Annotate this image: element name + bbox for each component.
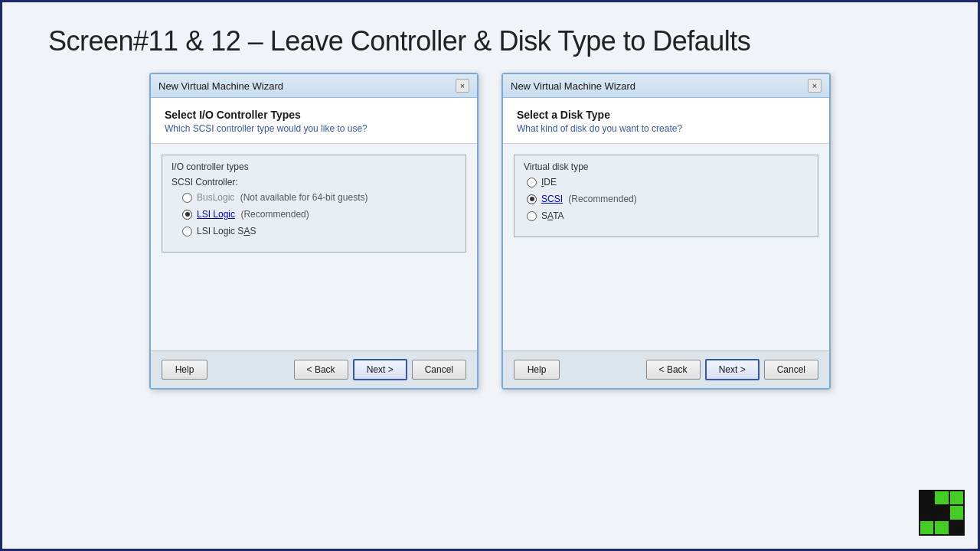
radio-scsi-note: (Recommended) (566, 194, 637, 204)
dialog2-body: Virtual disk type IDE SCSI (Recommended)… (503, 144, 829, 350)
radio-buslogic[interactable] (182, 193, 192, 203)
radio-lsilogic-label: LSI Logic (197, 209, 235, 220)
dialog1-close-button[interactable]: × (456, 79, 469, 93)
disk-type-group: Virtual disk type IDE SCSI (Recommended)… (514, 155, 818, 237)
radio-scsi-row: SCSI (Recommended) (524, 194, 808, 204)
radio-lsilogicsas-label: LSI Logic SAS (197, 226, 256, 236)
logo-cell-2 (950, 491, 963, 504)
radio-ide[interactable] (527, 178, 537, 187)
page-title: Screen#11 & 12 – Leave Controller & Disk… (2, 2, 978, 73)
dialog2-back-button[interactable]: < Back (646, 360, 701, 380)
dialog1-titlebar: New Virtual Machine Wizard × (151, 74, 477, 98)
logo-cell-5 (950, 506, 963, 519)
radio-ide-row: IDE (524, 177, 808, 187)
dialog1-header: Select I/O Controller Types Which SCSI c… (151, 98, 477, 144)
logo-cell-3 (920, 506, 933, 519)
scsi-controller-label: SCSI Controller: (172, 177, 456, 187)
disk-group-label: Virtual disk type (524, 161, 808, 172)
radio-lsilogicsas[interactable] (182, 227, 192, 236)
logo-cell-7 (935, 521, 948, 534)
radio-lsilogic-row: LSI Logic (Recommended) (172, 209, 456, 220)
radio-ide-label: IDE (541, 177, 557, 187)
io-group-label: I/O controller types (172, 161, 456, 172)
dialog2-help-button[interactable]: Help (514, 360, 560, 380)
dialog1-body: I/O controller types SCSI Controller: Bu… (151, 144, 477, 350)
dialog1-title: New Virtual Machine Wizard (158, 80, 283, 92)
logo-cell-4 (935, 506, 948, 519)
radio-buslogic-label: BusLogic (197, 192, 234, 203)
radio-buslogic-row: BusLogic (Not available for 64-bit guest… (172, 192, 456, 203)
radio-scsi[interactable] (527, 194, 537, 204)
dialog1-header-subtitle: Which SCSI controller type would you lik… (165, 123, 463, 134)
dialog1-cancel-button[interactable]: Cancel (412, 360, 466, 380)
logo-cell-8 (950, 521, 963, 534)
dialogs-container: New Virtual Machine Wizard × Select I/O … (2, 73, 978, 390)
dialog2-title: New Virtual Machine Wizard (511, 80, 635, 92)
logo-cell-6 (920, 521, 933, 534)
radio-scsi-label: SCSI (541, 194, 563, 204)
dialog2-titlebar: New Virtual Machine Wizard × (503, 74, 829, 98)
dialog1-footer: Help < Back Next > Cancel (151, 350, 477, 388)
dialog-disk-type: New Virtual Machine Wizard × Select a Di… (501, 73, 831, 390)
dialog1-help-button[interactable]: Help (162, 360, 207, 380)
dialog2-header-subtitle: What kind of disk do you want to create? (517, 123, 815, 134)
radio-lsilogic[interactable] (182, 210, 192, 220)
dialog2-header: Select a Disk Type What kind of disk do … (503, 98, 829, 144)
logo-grid (919, 490, 965, 536)
radio-sata-row: SATA (524, 210, 808, 221)
dialog2-footer: Help < Back Next > Cancel (503, 350, 829, 388)
dialog2-cancel-button[interactable]: Cancel (764, 360, 818, 380)
radio-lsilogicsas-row: LSI Logic SAS (172, 226, 456, 236)
dialog2-close-button[interactable]: × (808, 79, 822, 93)
logo-cell-0 (920, 491, 933, 504)
dialog1-back-button[interactable]: < Back (294, 360, 348, 380)
radio-buslogic-note: (Not available for 64-bit guests) (237, 192, 368, 203)
radio-sata[interactable] (527, 211, 537, 221)
dialog1-header-title: Select I/O Controller Types (165, 109, 463, 121)
logo (919, 490, 965, 536)
io-controller-group: I/O controller types SCSI Controller: Bu… (162, 155, 466, 253)
logo-cell-1 (935, 491, 948, 504)
dialog2-next-button[interactable]: Next > (705, 359, 760, 380)
dialog1-next-button[interactable]: Next > (353, 359, 407, 380)
dialog2-header-title: Select a Disk Type (517, 109, 815, 121)
radio-sata-label: SATA (541, 210, 564, 221)
radio-lsilogic-note: (Recommended) (238, 209, 309, 220)
dialog-io-controller: New Virtual Machine Wizard × Select I/O … (149, 73, 479, 390)
